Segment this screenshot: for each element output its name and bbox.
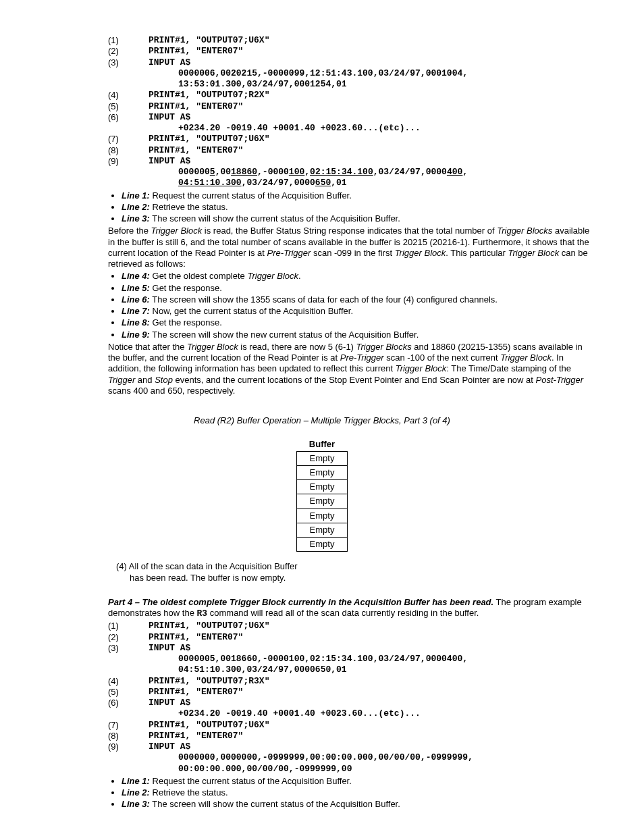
bullet: Line 2: Retrieve the status. [122, 787, 595, 798]
code: INPUT A$ [149, 741, 190, 752]
line-num: (8) [108, 731, 149, 741]
code: INPUT A$ [149, 643, 190, 654]
code: PRINT#1, "OUTPUT07;U6X" [149, 35, 269, 46]
figure-caption: Read (R2) Buffer Operation – Multiple Tr… [49, 415, 595, 426]
line-num: (2) [108, 632, 149, 643]
bullet: Line 9: The screen will show the new cur… [122, 330, 595, 340]
line-num: (4) [108, 676, 149, 687]
output: +0234.20 -0019.40 +0001.40 +0023.60...(e… [178, 123, 595, 134]
line-num: (8) [108, 145, 149, 156]
line-num: (7) [108, 720, 149, 731]
output: 04:51:10.300,03/24/97,0000650,01 [178, 178, 595, 188]
bullet: Line 8: Get the response. [122, 317, 595, 328]
line-num: (7) [108, 134, 149, 145]
buffer-header: Buffer [297, 438, 347, 451]
line-num: (5) [108, 101, 149, 112]
buffer-cell: Empty [297, 480, 347, 494]
output: 0000006,0020215,-0000099,12:51:43.100,03… [178, 68, 595, 79]
bullet: Line 1: Request the current status of th… [122, 776, 595, 787]
buffer-cell: Empty [297, 523, 347, 537]
output: 0000000,0000000,-0999999,00:00:00.000,00… [178, 752, 595, 763]
bullet: Line 3: The screen will show the current… [122, 799, 595, 810]
line-num: (1) [108, 621, 149, 631]
line-num: (3) [108, 57, 149, 68]
line-num: (2) [108, 46, 149, 57]
output: 13:53:01.300,03/24/97,0001254,01 [178, 79, 595, 90]
line-num: (1) [108, 35, 149, 46]
part4-header: Part 4 – The oldest complete Trigger Blo… [108, 597, 595, 620]
code: INPUT A$ [149, 112, 190, 123]
code: PRINT#1, "ENTER07" [149, 46, 243, 57]
output: 0000005,0018860,-0000100,02:15:34.100,03… [178, 167, 595, 178]
bullet: Line 6: The screen will show the 1355 sc… [122, 294, 595, 305]
code: INPUT A$ [149, 57, 190, 68]
output: +0234.20 -0019.40 +0001.40 +0023.60...(e… [178, 708, 595, 719]
buffer-table: Buffer Empty Empty Empty Empty Empty Emp… [296, 438, 347, 552]
code-block-1: (1)PRINT#1, "OUTPUT07;U6X" (2)PRINT#1, "… [49, 35, 595, 189]
bullet: Line 4: Get the oldest complete Trigger … [122, 271, 595, 282]
code: PRINT#1, "ENTER07" [149, 145, 243, 156]
code: PRINT#1, "ENTER07" [149, 101, 243, 112]
code-block-2: (1)PRINT#1, "OUTPUT07;U6X" (2)PRINT#1, "… [49, 621, 595, 775]
bullet: Line 7: Now, get the current status of t… [122, 306, 595, 317]
buffer-note: (4) All of the scan data in the Acquisit… [116, 561, 595, 583]
bullet: Line 2: Retrieve the status. [122, 202, 595, 213]
buffer-cell: Empty [297, 538, 347, 552]
buffer-cell: Empty [297, 509, 347, 523]
code: PRINT#1, "OUTPUT07;U6X" [149, 621, 269, 631]
output: 00:00:00.000,00/00/00,-0999999,00 [178, 764, 595, 775]
buffer-table-wrap: Buffer Empty Empty Empty Empty Empty Emp… [49, 438, 595, 552]
paragraph-notice: Notice that after the Trigger Block is r… [108, 342, 595, 396]
line-num: (9) [108, 156, 149, 167]
bullet: Line 5: Get the response. [122, 283, 595, 294]
bullet: Line 1: Request the current status of th… [122, 190, 595, 201]
paragraph-before: Before the Trigger Block is read, the Bu… [108, 226, 595, 269]
code: PRINT#1, "ENTER07" [149, 687, 243, 698]
line-num: (3) [108, 643, 149, 654]
line-num: (9) [108, 741, 149, 752]
code: INPUT A$ [149, 698, 190, 708]
code: PRINT#1, "ENTER07" [149, 731, 243, 741]
bullet-list-1: Line 1: Request the current status of th… [108, 190, 595, 225]
code: PRINT#1, "OUTPUT07;R2X" [149, 90, 269, 101]
code: INPUT A$ [149, 156, 190, 167]
code: PRINT#1, "ENTER07" [149, 632, 243, 643]
buffer-cell: Empty [297, 465, 347, 479]
bullet: Line 3: The screen will show the current… [122, 213, 595, 224]
output: 04:51:10.300,03/24/97,0000650,01 [178, 664, 595, 675]
bullet-list-2: Line 4: Get the oldest complete Trigger … [108, 271, 595, 340]
line-num: (4) [108, 90, 149, 101]
line-num: (6) [108, 698, 149, 708]
buffer-cell: Empty [297, 451, 347, 465]
buffer-cell: Empty [297, 494, 347, 509]
line-num: (6) [108, 112, 149, 123]
code: PRINT#1, "OUTPUT07;U6X" [149, 134, 269, 145]
bullet-list-3: Line 1: Request the current status of th… [108, 776, 595, 810]
code: PRINT#1, "OUTPUT07;R3X" [149, 676, 269, 687]
line-num: (5) [108, 687, 149, 698]
output: 0000005,0018660,-0000100,02:15:34.100,03… [178, 654, 595, 664]
code: PRINT#1, "OUTPUT07;U6X" [149, 720, 269, 731]
